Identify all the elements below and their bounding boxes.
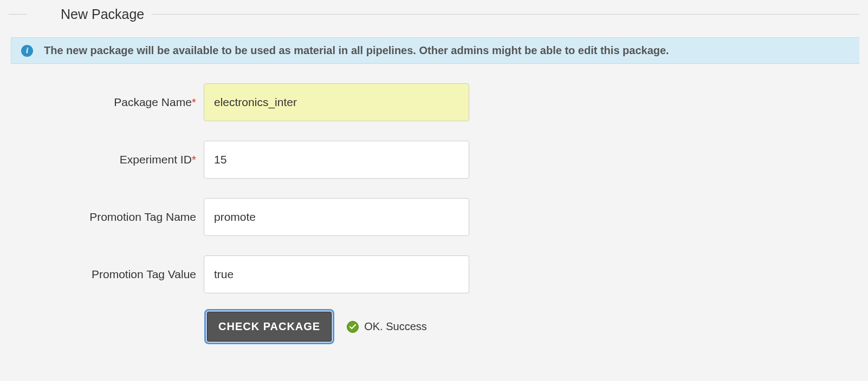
label-text: Experiment ID bbox=[120, 153, 192, 166]
required-asterisk: * bbox=[192, 153, 196, 166]
promo-tag-value-label: Promotion Tag Value bbox=[9, 268, 204, 281]
status-text: OK. Success bbox=[364, 320, 427, 333]
info-icon: i bbox=[21, 45, 33, 57]
divider bbox=[9, 14, 27, 15]
promo-tag-value-input[interactable] bbox=[204, 255, 469, 293]
legend-row: New Package bbox=[9, 6, 859, 22]
promo-tag-name-label: Promotion Tag Name bbox=[9, 211, 204, 224]
form-row-experiment-id: Experiment ID* bbox=[9, 141, 859, 179]
new-package-fieldset: New Package i The new package will be av… bbox=[0, 6, 868, 341]
form-row-promo-tag-name: Promotion Tag Name bbox=[9, 198, 859, 236]
required-asterisk: * bbox=[192, 96, 196, 108]
check-circle-icon bbox=[347, 321, 359, 333]
package-name-label: Package Name* bbox=[9, 96, 204, 109]
label-text: Promotion Tag Name bbox=[89, 211, 196, 223]
check-package-button[interactable]: CHECK PACKAGE bbox=[207, 312, 332, 341]
experiment-id-input[interactable] bbox=[204, 141, 469, 179]
info-banner: i The new package will be available to b… bbox=[11, 37, 859, 64]
experiment-id-label: Experiment ID* bbox=[9, 153, 204, 166]
divider bbox=[152, 14, 859, 15]
label-text: Package Name bbox=[114, 96, 192, 108]
info-text: The new package will be available to be … bbox=[44, 44, 669, 57]
promo-tag-name-input[interactable] bbox=[204, 198, 469, 236]
button-row: CHECK PACKAGE OK. Success bbox=[9, 312, 859, 341]
form-row-package-name: Package Name* bbox=[9, 83, 859, 121]
section-title: New Package bbox=[35, 6, 144, 22]
package-name-input[interactable] bbox=[204, 83, 469, 121]
label-text: Promotion Tag Value bbox=[92, 268, 196, 280]
form-row-promo-tag-value: Promotion Tag Value bbox=[9, 255, 859, 293]
status: OK. Success bbox=[347, 320, 427, 333]
